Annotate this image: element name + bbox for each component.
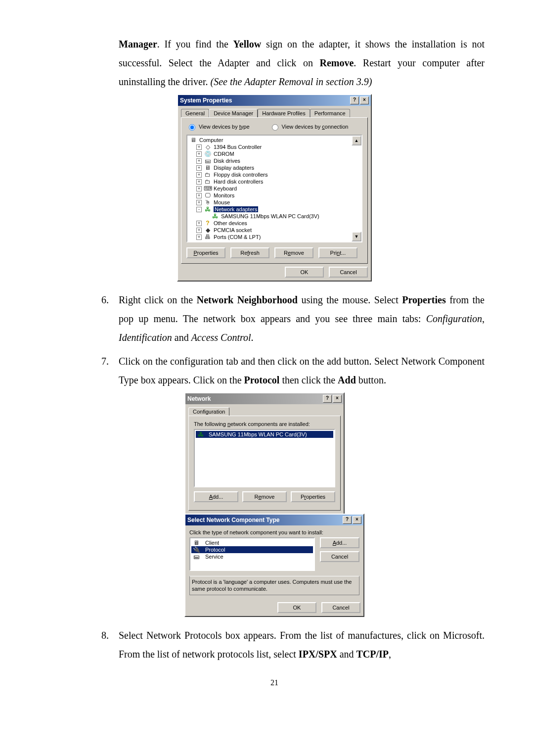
protocol-icon: 🔌 (192, 546, 200, 553)
expand-icon[interactable]: + (196, 172, 202, 178)
service-icon: 🖴 (192, 553, 200, 560)
close-icon[interactable]: × (360, 96, 369, 104)
expand-icon[interactable]: + (196, 193, 202, 198)
add-button[interactable]: Add... (320, 537, 359, 548)
device-icon: 🖵 (204, 192, 212, 199)
properties-button[interactable]: Properties (186, 247, 225, 258)
tree-label: Other devices (214, 220, 247, 226)
expand-icon[interactable]: + (196, 179, 202, 185)
tree-item[interactable]: 🖥Computer (187, 137, 361, 143)
device-icon: 🖥 (189, 137, 197, 143)
print-button[interactable]: Print... (318, 247, 357, 258)
refresh-button[interactable]: Refresh (230, 247, 269, 258)
add-button[interactable]: Add... (194, 491, 238, 502)
cancel-button[interactable]: Cancel (321, 602, 360, 613)
step-7: 7. Click on the configuration tab and th… (64, 352, 485, 389)
page-content: Manager. If you find the Yellow sign on … (0, 0, 534, 717)
component-type-list[interactable]: 🖥Client 🔌Protocol 🖴Service (189, 537, 315, 571)
cancel-button[interactable]: Cancel (320, 551, 359, 562)
network-titlebar: Network ? × (185, 393, 344, 404)
tree-label: Ports (COM & LPT) (214, 234, 261, 240)
close-icon[interactable]: × (353, 516, 361, 524)
selcomp-description: Protocol is a 'language' a computer uses… (189, 576, 359, 595)
tree-label: Mouse (214, 199, 230, 205)
tree-item[interactable]: +🖥Display adapters (187, 164, 361, 171)
tree-item[interactable]: +🖷Ports (COM & LPT) (187, 234, 361, 240)
device-icon: 🖷 (204, 234, 212, 240)
intro-paragraph: Manager. If you find the Yellow sign on … (119, 35, 485, 91)
tree-item[interactable]: 🖧SAMSUNG 11Mbps WLAN PC Card(3V) (187, 213, 361, 220)
radio-view-by-connection[interactable]: View devices by connection (269, 123, 349, 131)
tab-hardware-profiles[interactable]: Hardware Profiles (258, 109, 310, 117)
list-item[interactable]: 🔌Protocol (191, 546, 313, 553)
expand-icon[interactable]: + (196, 165, 202, 171)
device-icon: 🖥 (204, 164, 212, 171)
radio-view-by-type[interactable]: View devices by type (186, 123, 250, 131)
components-listbox[interactable]: 🖧 SAMSUNG 11Mbps WLAN PC Card(3V) (194, 429, 335, 487)
expand-icon[interactable]: + (196, 221, 202, 226)
device-icon: 💿 (204, 150, 212, 157)
device-tree[interactable]: ▲ ▼ 🖥Computer+◇1394 Bus Controller+💿CDRO… (186, 135, 362, 242)
select-component-dialog: Select Network Component Type ? × Click … (184, 514, 364, 617)
tree-label: Computer (199, 137, 223, 143)
list-item[interactable]: 🖧 SAMSUNG 11Mbps WLAN PC Card(3V) (196, 431, 333, 438)
step-6: 6. Right click on the Network Neighborho… (64, 290, 485, 347)
ok-button[interactable]: OK (285, 267, 324, 278)
expand-icon[interactable]: + (196, 228, 202, 233)
intro-bold-manager: Manager (119, 39, 157, 49)
tab-general[interactable]: General (181, 109, 209, 117)
selcomp-title: Select Network Component Type (187, 517, 279, 523)
tree-item[interactable]: +💿CDROM (187, 150, 361, 157)
remove-button[interactable]: Remove (242, 491, 287, 502)
expand-icon[interactable]: + (196, 158, 202, 164)
device-icon: 🖧 (204, 206, 212, 213)
tree-item[interactable]: +⌨Keyboard (187, 185, 361, 192)
help-icon[interactable]: ? (350, 96, 359, 104)
list-item[interactable]: 🖥Client (191, 539, 313, 546)
collapse-icon[interactable]: - (196, 207, 202, 212)
tab-performance[interactable]: Performance (310, 109, 350, 117)
step-8: 8. Select Network Protocols box appears.… (64, 626, 485, 663)
client-icon: 🖥 (192, 539, 200, 546)
tree-label: Keyboard (214, 186, 237, 191)
device-icon: ? (204, 220, 212, 227)
tree-label: SAMSUNG 11Mbps WLAN PC Card(3V) (221, 213, 319, 219)
device-icon: 🖴 (204, 157, 212, 164)
scroll-down-icon[interactable]: ▼ (352, 232, 361, 241)
expand-icon[interactable]: + (196, 151, 202, 157)
tree-item[interactable]: +🎮Sound, video and game controllers (187, 240, 361, 242)
network-dialogs-screenshot: Network ? × Configuration The following … (64, 392, 485, 617)
help-icon[interactable]: ? (343, 516, 352, 524)
tree-item[interactable]: +◇1394 Bus Controller (187, 143, 361, 150)
tree-item[interactable]: +🖴Disk drives (187, 157, 361, 164)
expand-icon[interactable]: + (196, 241, 202, 243)
expand-icon[interactable]: + (196, 186, 202, 191)
expand-icon[interactable]: + (196, 144, 202, 150)
scroll-up-icon[interactable]: ▲ (352, 136, 361, 145)
properties-button[interactable]: Properties (291, 491, 335, 502)
tree-item[interactable]: +🗀Floppy disk controllers (187, 171, 361, 178)
network-adapter-icon: 🖧 (197, 431, 205, 438)
tree-item[interactable]: -🖧Network adapters (187, 206, 361, 213)
tree-item[interactable]: +◆PCMCIA socket (187, 227, 361, 234)
tree-label: Hard disk controllers (214, 179, 263, 185)
tree-item[interactable]: +?Other devices (187, 220, 361, 227)
device-icon: 🖧 (211, 213, 219, 220)
ok-button[interactable]: OK (277, 602, 316, 613)
tree-item[interactable]: +🖰Mouse (187, 199, 361, 206)
expand-icon[interactable]: + (196, 235, 202, 240)
tab-configuration[interactable]: Configuration (188, 407, 229, 416)
cancel-button[interactable]: Cancel (329, 267, 368, 278)
selcomp-titlebar: Select Network Component Type ? × (185, 515, 363, 525)
device-icon: 🎮 (204, 240, 212, 242)
tree-item[interactable]: +🖵Monitors (187, 192, 361, 199)
close-icon[interactable]: × (333, 395, 342, 403)
remove-button[interactable]: Remove (274, 247, 313, 258)
tree-item[interactable]: +🗀Hard disk controllers (187, 178, 361, 185)
list-item[interactable]: 🖴Service (191, 553, 313, 560)
device-icon: ◆ (204, 227, 212, 234)
tab-device-manager[interactable]: Device Manager (209, 109, 258, 117)
expand-icon[interactable]: + (196, 200, 202, 205)
selcomp-prompt: Click the type of network component you … (189, 529, 359, 535)
help-icon[interactable]: ? (323, 395, 332, 403)
